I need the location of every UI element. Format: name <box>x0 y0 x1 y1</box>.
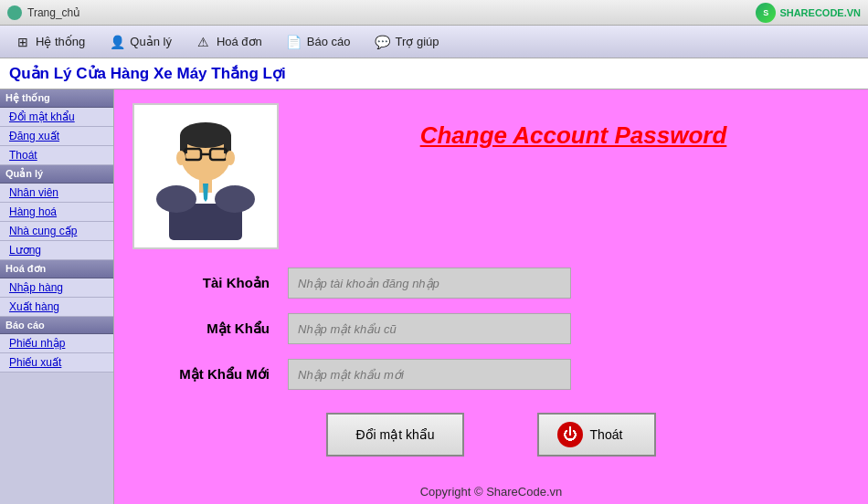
avatar-svg <box>142 112 270 240</box>
sidebar-item-nha-cung-cap[interactable]: Nhà cung cấp <box>0 222 113 241</box>
he-thong-icon: ⊞ <box>15 34 31 50</box>
form-row-tai-khoan: Tài Khoản <box>151 268 831 299</box>
copyright: Copyright © ShareCode.vn <box>114 485 868 499</box>
change-password-button[interactable]: Đổi mật khẩu <box>326 413 463 457</box>
form-row-mat-khau-moi: Mật Khẩu Mới <box>151 359 831 390</box>
main-layout: Hệ thống Đổi mật khẩu Đăng xuất Thoát Qu… <box>0 89 868 504</box>
hoa-don-icon: ⚠ <box>196 34 212 50</box>
sidebar-item-doi-mat-khau[interactable]: Đổi mật khẩu <box>0 108 113 127</box>
svg-point-2 <box>180 122 231 148</box>
app-icon <box>7 5 22 20</box>
menu-he-thong[interactable]: ⊞ Hệ thống <box>4 30 96 54</box>
sidebar-section-hoa-don: Hoá đơn <box>0 260 113 278</box>
title-bar-text: Trang_chủ <box>27 6 80 19</box>
sidebar-item-phieu-xuat[interactable]: Phiếu xuất <box>0 353 113 373</box>
label-mat-khau-moi: Mật Khẩu Mới <box>151 366 270 383</box>
menu-hoa-don-label: Hoá đơn <box>217 35 262 48</box>
sidebar: Hệ thống Đổi mật khẩu Đăng xuất Thoát Qu… <box>0 89 114 504</box>
sidebar-section-bao-cao: Báo cáo <box>0 317 113 334</box>
svg-point-8 <box>176 151 185 165</box>
label-tai-khoan: Tài Khoản <box>151 275 270 291</box>
menu-bao-cao-label: Báo cáo <box>307 35 351 48</box>
avatar-box <box>132 103 279 249</box>
svg-point-14 <box>156 185 196 213</box>
menu-hoa-don[interactable]: ⚠ Hoá đơn <box>185 30 273 54</box>
sidebar-item-xuat-hang[interactable]: Xuất hàng <box>0 298 113 317</box>
sidebar-item-nhan-vien[interactable]: Nhân viên <box>0 184 113 203</box>
content-area: Change Account Password Tài Khoản Mật Kh… <box>114 89 868 504</box>
form-title: Change Account Password <box>297 103 850 150</box>
power-icon: ⏻ <box>557 422 583 447</box>
menu-he-thong-label: Hệ thống <box>36 35 85 48</box>
exit-button[interactable]: ⏻ Thoát <box>537 413 656 457</box>
svg-point-9 <box>226 151 235 165</box>
change-password-label: Đổi mật khẩu <box>355 427 434 442</box>
content-inner: Change Account Password Tài Khoản Mật Kh… <box>114 89 868 466</box>
exit-label: Thoát <box>590 427 623 442</box>
input-mat-khau-moi[interactable] <box>288 359 571 390</box>
menu-quan-ly[interactable]: 👤 Quản lý <box>98 30 183 54</box>
sidebar-section-he-thong: Hệ thống <box>0 89 113 108</box>
tro-giup-icon: 💬 <box>375 34 391 50</box>
sidebar-item-thoat[interactable]: Thoát <box>0 146 113 165</box>
app-title: Quản Lý Cửa Hàng Xe Máy Thắng Lợi <box>0 58 868 89</box>
form-section: Tài Khoản Mật Khẩu Mật Khẩu Mới <box>132 268 850 390</box>
sidebar-item-phieu-nhap[interactable]: Phiếu nhập <box>0 334 113 353</box>
logo-icon: S <box>756 3 776 23</box>
form-row-mat-khau: Mật Khẩu <box>151 313 831 344</box>
logo-text: SHARECODE.VN <box>779 7 861 18</box>
menu-tro-giup[interactable]: 💬 Trợ giúp <box>364 30 450 54</box>
quan-ly-icon: 👤 <box>109 34 125 50</box>
sidebar-section-quan-ly: Quản lý <box>0 165 113 184</box>
sidebar-item-hang-hoa[interactable]: Hàng hoá <box>0 203 113 222</box>
menu-quan-ly-label: Quản lý <box>130 35 172 48</box>
menu-bar: ⊞ Hệ thống 👤 Quản lý ⚠ Hoá đơn 📄 Báo cáo… <box>0 26 868 58</box>
top-section: Change Account Password <box>132 103 850 249</box>
sidebar-item-luong[interactable]: Lương <box>0 241 113 260</box>
title-bar: Trang_chủ S SHARECODE.VN <box>0 0 868 26</box>
sidebar-item-nhap-hang[interactable]: Nhập hàng <box>0 278 113 298</box>
label-mat-khau: Mật Khẩu <box>151 320 270 337</box>
menu-bao-cao[interactable]: 📄 Báo cáo <box>275 30 362 54</box>
input-mat-khau[interactable] <box>288 313 571 344</box>
input-tai-khoan[interactable] <box>288 268 571 299</box>
sharecode-logo: S SHARECODE.VN <box>756 3 861 23</box>
svg-point-15 <box>215 185 255 213</box>
bao-cao-icon: 📄 <box>286 34 302 50</box>
button-section: Đổi mật khẩu ⏻ Thoát <box>132 413 850 457</box>
menu-tro-giup-label: Trợ giúp <box>396 35 439 48</box>
sidebar-item-dang-xuat[interactable]: Đăng xuất <box>0 127 113 146</box>
